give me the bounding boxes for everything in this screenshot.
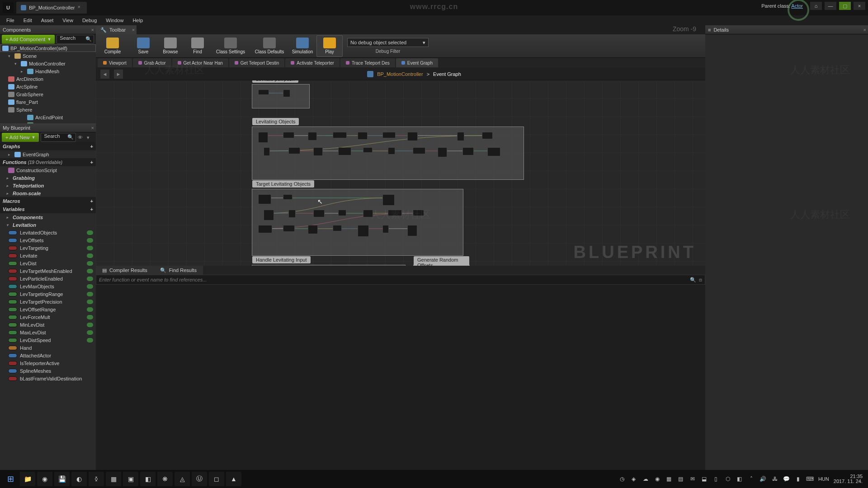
component-grabsphere[interactable]: GrabSphere <box>0 90 96 98</box>
add-new-button[interactable]: + Add New▼ <box>2 133 39 142</box>
variable-levtargetmeshenabled[interactable]: LevTargetMeshEnabled <box>0 267 96 275</box>
component-arcspline[interactable]: ArcSpline <box>0 83 96 90</box>
component-arcdirection[interactable]: ArcDirection <box>0 75 96 83</box>
component-arcendpoint[interactable]: ArcEndPoint <box>0 113 96 121</box>
comment-label[interactable]: Handle Levitating Input <box>252 256 311 263</box>
add-component-button[interactable]: + Add Component▼ <box>2 35 55 44</box>
tray-icon[interactable]: ⬓ <box>701 475 708 483</box>
category-grabbing[interactable]: ▸Grabbing <box>0 174 96 182</box>
variable-maxlevdist[interactable]: MaxLevDist <box>0 328 96 336</box>
instance-editable-icon[interactable] <box>87 292 93 296</box>
compile-button[interactable]: Compile <box>99 35 126 57</box>
variable-levforcemult[interactable]: LevForceMult <box>0 313 96 321</box>
debug-object-dropdown[interactable]: No debug object selected▾ <box>347 38 429 47</box>
graph-node[interactable] <box>333 132 347 138</box>
save-button[interactable]: Save <box>130 35 156 57</box>
graph-node[interactable] <box>407 132 418 141</box>
variable-levdistspeed[interactable]: LevDistSpeed <box>0 336 96 344</box>
nav-back-button[interactable]: ◄ <box>100 70 109 79</box>
instance-editable-icon[interactable] <box>87 277 93 281</box>
variable-attachedactor[interactable]: AttachedActor <box>0 352 96 359</box>
taskbar-chrome-icon[interactable]: ◉ <box>37 472 52 486</box>
graph-node[interactable] <box>258 194 271 204</box>
menu-help[interactable]: Help <box>128 17 147 24</box>
tray-icon[interactable]: ⬡ <box>724 475 731 483</box>
tray-icon[interactable]: ▤ <box>677 475 684 483</box>
taskbar-app-icon[interactable]: ❋ <box>157 472 173 486</box>
add-graph-icon[interactable]: + <box>90 144 93 149</box>
graph-node[interactable] <box>438 147 447 157</box>
window-marketplace-icon[interactable]: ⌂ <box>810 2 822 10</box>
menu-file[interactable]: File <box>2 17 19 24</box>
variable-levitate[interactable]: Levitate <box>0 252 96 259</box>
comment-box[interactable]: Handle Levitating Input <box>252 265 406 266</box>
variable-levtargetingrange[interactable]: LevTargetingRange <box>0 290 96 298</box>
menu-edit[interactable]: Edit <box>19 17 37 24</box>
browse-button[interactable]: Browse <box>157 35 184 57</box>
instance-editable-icon[interactable] <box>87 323 93 327</box>
taskbar-app-icon[interactable]: ◐ <box>71 472 87 486</box>
close-panel-icon[interactable]: × <box>91 27 94 33</box>
add-variable-icon[interactable]: + <box>90 206 93 212</box>
graph-node[interactable] <box>338 210 346 216</box>
variable-levitatedobjects[interactable]: LevitatedObjects <box>0 229 96 236</box>
variable-isteleporteractive[interactable]: IsTeleporterActive <box>0 359 96 367</box>
graph-node[interactable] <box>363 147 373 153</box>
tab-find-results[interactable]: 🔍Find Results <box>154 266 203 275</box>
instance-editable-icon[interactable] <box>87 238 93 243</box>
comment-label[interactable]: Target Levitating Objects <box>252 180 314 188</box>
graph-node[interactable] <box>313 210 325 217</box>
taskbar-epic-icon[interactable]: ◬ <box>175 472 190 486</box>
taskbar-app-icon[interactable]: ◻ <box>209 472 224 486</box>
section-graphs[interactable]: Graphs+ <box>0 142 96 150</box>
instance-editable-icon[interactable] <box>87 246 93 250</box>
section-functions[interactable]: Functions (19 Overridable)+ <box>0 158 96 166</box>
instance-editable-icon[interactable] <box>87 261 93 266</box>
graph-tab-trace-teleport-des[interactable]: Trace Teleport Des <box>340 58 395 67</box>
components-tree[interactable]: ▾Scene▾MotionController▸HandMeshArcDirec… <box>0 52 96 123</box>
graph-node[interactable] <box>264 147 270 156</box>
tab-compiler-results[interactable]: ▤Compiler Results <box>96 266 154 275</box>
graph-node[interactable] <box>283 194 292 200</box>
var-category-levitation[interactable]: ▾Levitation <box>0 221 96 229</box>
instance-editable-icon[interactable] <box>87 230 93 235</box>
taskbar-vlc-icon[interactable]: ▲ <box>226 472 241 486</box>
components-panel-header[interactable]: Components × <box>0 25 96 34</box>
graph-node[interactable] <box>288 147 300 154</box>
graph-node[interactable] <box>358 132 368 140</box>
instance-editable-icon[interactable] <box>87 315 93 319</box>
component-flare_part[interactable]: flare_Part <box>0 98 96 106</box>
comment-box[interactable]: Generate Random Offsets <box>413 265 470 266</box>
instance-editable-icon[interactable] <box>87 338 93 343</box>
graph-node[interactable] <box>258 225 272 233</box>
comment-label[interactable]: Generate Random Offsets <box>414 256 469 266</box>
var-category-components[interactable]: ▸Components <box>0 213 96 221</box>
variable-levtargeting[interactable]: LevTargeting <box>0 244 96 252</box>
graph-node[interactable] <box>283 132 294 138</box>
find-input[interactable] <box>99 277 690 282</box>
event-graph-canvas[interactable]: BLUEPRINT Levitate pull/pushLevitating O… <box>96 80 705 266</box>
variable-levoffsetrange[interactable]: LevOffsetRange <box>0 305 96 313</box>
find-button[interactable]: Find <box>184 35 211 57</box>
tray-action-center-icon[interactable]: 💬 <box>783 475 790 483</box>
nav-forward-button[interactable]: ► <box>114 70 123 79</box>
graph-node[interactable] <box>358 225 369 237</box>
tray-discord-icon[interactable]: ◉ <box>654 475 661 483</box>
view-options-icon[interactable]: 👁 <box>78 135 85 140</box>
binoculars-icon[interactable]: ⧈ <box>699 277 702 283</box>
search-icon[interactable]: 🔍 <box>690 277 696 283</box>
tray-icon[interactable]: ☁ <box>642 475 649 483</box>
graph-node[interactable] <box>407 225 417 236</box>
graph-node[interactable] <box>413 210 424 216</box>
instance-editable-icon[interactable] <box>87 300 93 304</box>
tray-keyboard-icon[interactable]: ⌨ <box>807 475 814 483</box>
window-close-button[interactable]: × <box>854 2 865 10</box>
comment-box[interactable]: Levitate pull/push <box>252 84 310 108</box>
graph-node[interactable] <box>283 225 295 232</box>
taskbar-sublime-icon[interactable]: ▦ <box>106 472 121 486</box>
variable-levmaxobjects[interactable]: LevMaxObjects <box>0 282 96 290</box>
tray-language[interactable]: HUN <box>818 476 829 482</box>
graph-node[interactable] <box>388 147 395 155</box>
close-tab-icon[interactable]: × <box>78 4 84 10</box>
graph-node[interactable] <box>482 132 493 139</box>
